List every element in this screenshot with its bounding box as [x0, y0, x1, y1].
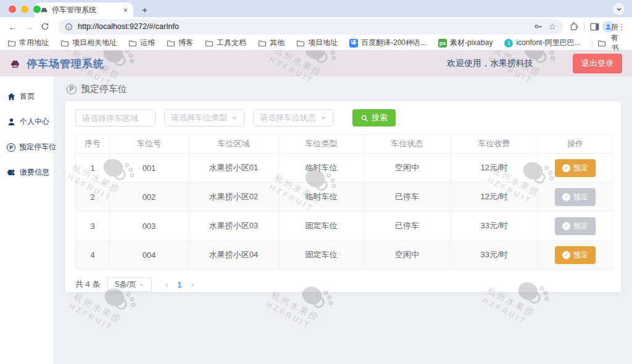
new-tab-button[interactable]: + — [142, 5, 148, 14]
table-cell: 004 — [110, 241, 189, 270]
bookmark-label: 百度翻译-200种语... — [361, 38, 426, 48]
browser-window: 停车管理系统 × + ← → http://localhost:9272/#/c… — [0, 0, 632, 364]
app-title: 停车场管理系统 — [27, 57, 104, 71]
next-page-button[interactable]: › — [191, 279, 194, 289]
sidebar-item-parking[interactable]: P预定停车位 — [0, 134, 54, 160]
book-button-disabled[interactable]: ✓预定 — [555, 217, 596, 235]
baidu-favicon: 译 — [349, 39, 358, 48]
search-button-label: 搜索 — [372, 112, 388, 123]
home-icon — [7, 92, 16, 101]
table-cell: 33元/时 — [451, 212, 538, 241]
sidebar-item-label: 个人中心 — [20, 117, 49, 127]
table-row: 4004水果捞小区04固定车位空闲中33元/时✓预定 — [76, 241, 613, 270]
prev-page-button[interactable]: ‹ — [165, 279, 168, 289]
sidebar-item-user[interactable]: 个人中心 — [0, 109, 54, 134]
chevron-down-icon — [320, 115, 326, 121]
action-cell: ✓预定 — [538, 241, 613, 270]
back-button[interactable]: ← — [6, 22, 20, 32]
chevron-down-icon — [231, 115, 238, 121]
bookmark-item[interactable]: 项目地址 — [296, 38, 338, 48]
bookmark-item[interactable]: 工具文档 — [205, 38, 246, 48]
folder-icon — [597, 39, 606, 48]
bookmark-item[interactable]: 项目相关地址 — [60, 38, 117, 48]
column-header: 车位收费 — [451, 134, 538, 154]
sidebar-item-ticket[interactable]: 缴费信息 — [0, 160, 54, 185]
close-window-button[interactable] — [9, 6, 16, 13]
spot-type-select[interactable]: 请选择车位类型 — [164, 109, 244, 126]
filter-bar: 请选择车位类型 请选择车位状态 搜索 — [75, 109, 611, 126]
watermark: 杭州水果捞HZFRUIT — [270, 286, 351, 329]
table-cell: 33元/时 — [451, 241, 538, 270]
book-button[interactable]: ✓预定 — [555, 159, 596, 177]
watermark-text-en: HZFRUIT — [265, 300, 339, 345]
bookmark-item[interactable]: iiconfont-阿里巴巴... — [504, 38, 580, 48]
table-row: 2002水果捞小区02临时车位已停车12元/时✓预定 — [76, 183, 613, 212]
table-row: 1001水果捞小区01临时车位空闲中12元/时✓预定 — [76, 154, 613, 183]
book-button-disabled[interactable]: ✓预定 — [555, 188, 596, 206]
forward-button[interactable]: → — [22, 22, 36, 32]
table-cell: 3 — [76, 212, 110, 241]
spot-status-select[interactable]: 请选择车位状态 — [253, 109, 333, 126]
table-cell: 2 — [76, 183, 110, 212]
folder-icon — [167, 39, 175, 48]
user-icon — [7, 117, 16, 126]
folder-icon — [128, 39, 137, 48]
page-size-select[interactable]: 5条/页 — [107, 277, 152, 292]
table-cell: 水果捞小区04 — [189, 241, 279, 270]
logout-button[interactable]: 退出登录 — [573, 54, 622, 73]
password-key-icon[interactable] — [533, 22, 543, 31]
sidebar-item-label: 首页 — [20, 91, 35, 102]
book-button-label: 预定 — [573, 192, 588, 202]
welcome-text: 欢迎使用，水果捞科技 — [447, 58, 533, 69]
book-button[interactable]: ✓预定 — [555, 246, 596, 264]
table-cell: 003 — [110, 212, 189, 241]
search-icon — [360, 114, 368, 122]
tab-close-icon[interactable]: × — [123, 6, 128, 14]
bookmark-label: 运维 — [140, 38, 155, 48]
iconfont-favicon: i — [504, 39, 513, 48]
bookmark-item[interactable]: px素材-pixabay — [438, 38, 493, 48]
tab-search-chevron-icon[interactable] — [613, 3, 625, 15]
site-info-icon[interactable] — [65, 23, 73, 31]
app-header: 停车场管理系统 欢迎使用，水果捞科技 退出登录 — [0, 51, 632, 77]
parking-area-input[interactable] — [75, 109, 156, 126]
table-cell: 水果捞小区03 — [189, 212, 279, 241]
address-bar[interactable]: http://localhost:9272/#/carInfo ☆ — [58, 19, 563, 35]
url-text[interactable]: http://localhost:9272/#/carInfo — [78, 22, 528, 31]
sidebar-item-label: 预定停车位 — [19, 142, 56, 152]
bookmark-item[interactable]: 译百度翻译-200种语... — [349, 38, 426, 48]
bookmark-item[interactable]: 运维 — [128, 38, 155, 48]
watermark-text-en: HZFRUIT — [481, 296, 555, 341]
page-size-value: 5条/页 — [115, 279, 136, 290]
folder-icon — [205, 39, 214, 48]
maximize-window-button[interactable] — [33, 6, 41, 13]
check-circle-icon: ✓ — [562, 251, 570, 259]
bookmark-label: 素材-pixabay — [450, 38, 493, 48]
table-cell: 水果捞小区01 — [189, 154, 279, 183]
search-button[interactable]: 搜索 — [352, 109, 396, 126]
parking-table: 序号车位号车位区域车位类型车位状态车位收费操作 1001水果捞小区01临时车位空… — [75, 134, 613, 270]
action-cell: ✓预定 — [538, 154, 613, 183]
bookmark-item[interactable]: 其他 — [258, 38, 285, 48]
bookmark-label: 其他 — [270, 38, 285, 48]
check-circle-icon: ✓ — [562, 222, 570, 230]
bookmark-item[interactable]: 博客 — [167, 38, 193, 48]
bookmark-label: 项目相关地址 — [72, 38, 117, 48]
total-count: 共 4 条 — [75, 279, 100, 290]
minimize-window-button[interactable] — [21, 6, 28, 13]
reload-button[interactable] — [38, 22, 52, 31]
bookmark-label: 博客 — [178, 38, 193, 48]
extensions-icon[interactable] — [569, 22, 579, 31]
bookmark-label: 项目地址 — [308, 38, 338, 48]
browser-toolbar: ← → http://localhost:9272/#/carInfo ☆ ⋮ — [0, 17, 632, 36]
table-header-row: 序号车位号车位区域车位类型车位状态车位收费操作 — [76, 134, 613, 154]
bookmark-star-icon[interactable]: ☆ — [548, 22, 556, 31]
bookmark-item[interactable]: 常用地址 — [7, 38, 49, 48]
sidebar-item-home[interactable]: 首页 — [0, 84, 54, 109]
folder-icon — [7, 39, 16, 48]
current-page[interactable]: 1 — [177, 280, 181, 289]
spot-status-placeholder: 请选择车位状态 — [260, 112, 316, 123]
browser-tab[interactable]: 停车管理系统 × — [35, 2, 133, 17]
pagination: 共 4 条 5条/页 ‹ 1 › — [75, 277, 611, 292]
book-button-label: 预定 — [573, 250, 588, 260]
